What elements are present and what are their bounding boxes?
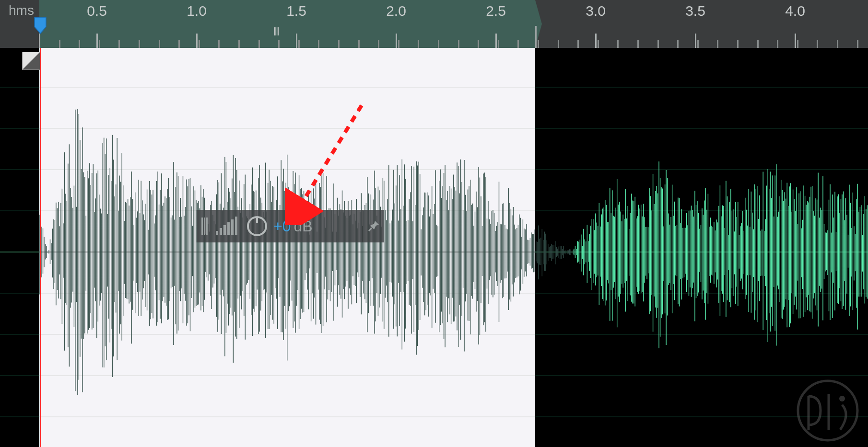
svg-rect-33 <box>201 218 203 235</box>
ruler-tick-label: 1.5 <box>286 3 306 19</box>
svg-rect-35 <box>206 218 208 235</box>
svg-rect-38 <box>223 225 226 235</box>
ruler-tick-label: 3.0 <box>586 3 606 19</box>
ruler-unit-label: hms <box>9 3 34 18</box>
ruler-tick-label: 2.0 <box>386 3 406 19</box>
track-color-swatch[interactable] <box>22 52 40 70</box>
playhead-line[interactable] <box>40 48 41 447</box>
ruler-tick-label: 4.0 <box>785 3 805 19</box>
ruler-tick-label: 2.5 <box>486 3 506 19</box>
gain-knob-icon[interactable] <box>243 210 270 242</box>
ruler-selection-end-tick <box>535 26 537 48</box>
ruler-cursor-mark: |||| <box>273 26 279 36</box>
hud-drag-grip-icon[interactable] <box>197 210 212 242</box>
gain-value-readout[interactable]: +0 dB <box>270 210 337 242</box>
svg-rect-40 <box>231 219 234 235</box>
timeline-ruler[interactable]: hms 0.5 1.0 1.5 2.0 2.5 3.0 3.5 4.0 |||| <box>0 0 868 48</box>
waveform-track[interactable]: +0 dB <box>0 48 868 447</box>
ruler-tick-label: 1.0 <box>187 3 207 19</box>
fade-bars-icon[interactable] <box>212 210 243 242</box>
svg-rect-36 <box>216 231 218 235</box>
pin-icon[interactable] <box>363 210 384 242</box>
playhead-handle[interactable] <box>34 16 47 34</box>
gain-value: +0 <box>273 218 291 235</box>
gain-hud[interactable]: +0 dB <box>197 210 384 242</box>
svg-rect-41 <box>235 217 237 235</box>
waveform-canvas <box>0 48 868 447</box>
svg-rect-43 <box>256 217 258 223</box>
ruler-tick-label: 3.5 <box>685 3 705 19</box>
svg-line-44 <box>369 228 372 231</box>
watermark-logo <box>794 377 861 444</box>
svg-rect-39 <box>227 222 230 235</box>
ruler-tick-label: 0.5 <box>87 3 107 19</box>
hud-separator <box>337 210 363 242</box>
gain-unit: dB <box>293 218 312 235</box>
svg-rect-34 <box>204 218 205 235</box>
svg-rect-37 <box>220 228 222 235</box>
svg-point-48 <box>839 396 845 401</box>
